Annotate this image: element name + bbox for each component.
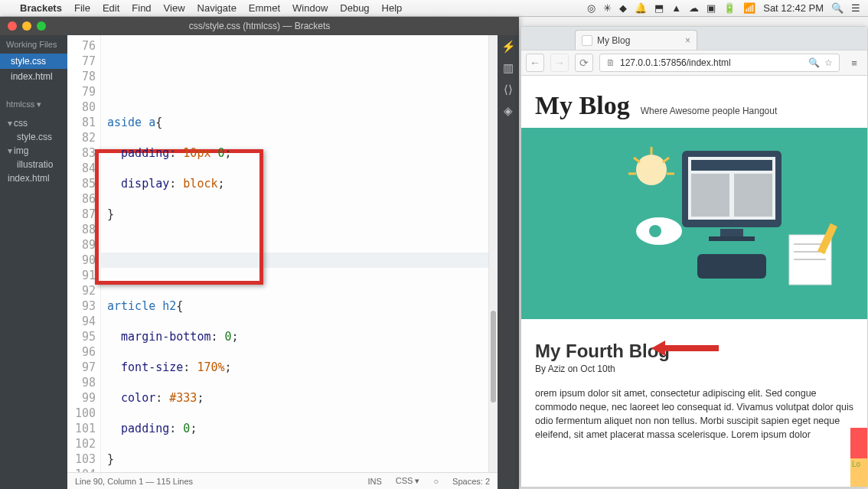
line-gutter: 7677787980818283848586878889909192939495…: [67, 35, 101, 472]
svg-rect-7: [697, 254, 766, 279]
svg-marker-16: [651, 341, 719, 356]
mac-menubar: Brackets File Edit Find View Navigate Em…: [0, 0, 868, 17]
svg-rect-5: [720, 229, 743, 236]
favicon-icon: [582, 35, 592, 46]
blog-tagline: Where Awesome people Hangout: [641, 106, 778, 116]
search-icon[interactable]: 🔍: [808, 57, 820, 68]
address-bar: ← → ⟳ 🗎 127.0.0.1:57856/index.html 🔍 ☆ ≡: [521, 50, 867, 76]
blog-logo: My Blog: [535, 91, 630, 120]
drive-icon[interactable]: ▲: [671, 2, 681, 14]
menu-view[interactable]: View: [164, 2, 185, 14]
tabstrip[interactable]: My Blog ×: [521, 27, 867, 50]
cloud-icon[interactable]: ☁: [689, 2, 699, 14]
brackets-sidebar: Working Files style.css index.html htmlc…: [0, 35, 67, 489]
hero-image: [521, 128, 867, 319]
menu-edit[interactable]: Edit: [103, 2, 119, 14]
eject-icon[interactable]: ▣: [706, 2, 716, 14]
menu-navigate[interactable]: Navigate: [197, 2, 237, 14]
svg-rect-6: [709, 236, 755, 241]
tree-folder-img[interactable]: ▾img: [5, 144, 63, 158]
menu-emmet[interactable]: Emmet: [249, 2, 280, 14]
close-tab-icon[interactable]: ×: [685, 35, 690, 46]
page-sidebar-strip: Lo JS: [850, 428, 867, 487]
tree-file[interactable]: style.css: [5, 130, 63, 144]
project-name[interactable]: htmlcss ▾: [0, 95, 67, 114]
tray-icon[interactable]: ◆: [619, 2, 627, 14]
menu-window[interactable]: Window: [292, 2, 328, 14]
page-content: My Blog Where Awesome people Hangout: [521, 76, 867, 487]
blog-header: My Blog Where Awesome people Hangout: [521, 76, 867, 128]
working-file[interactable]: index.html: [0, 69, 67, 84]
svg-rect-4: [734, 174, 772, 217]
brackets-window: css/style.css (htmlcss) — Brackets Worki…: [0, 17, 519, 489]
titlebar[interactable]: css/style.css (htmlcss) — Brackets: [0, 17, 519, 35]
menu-file[interactable]: File: [74, 2, 90, 14]
status-spaces[interactable]: Spaces: 2: [452, 477, 490, 486]
close-icon[interactable]: [8, 21, 17, 31]
editor-main: 7677787980818283848586878889909192939495…: [67, 35, 498, 489]
post-byline: By Aziz on Oct 10th: [535, 363, 853, 374]
extension-icon[interactable]: ▥: [503, 61, 514, 75]
extensions-rail: ⚡ ▥ ⟨⟩ ◈: [498, 35, 519, 489]
status-ins[interactable]: INS: [367, 477, 381, 486]
code-text[interactable]: aside a{ padding: 10px 0; display: block…: [101, 35, 498, 472]
clock[interactable]: Sat 12:42 PM: [763, 2, 824, 14]
reload-button[interactable]: ⟳: [575, 54, 593, 72]
battery-icon[interactable]: 🔋: [723, 2, 736, 14]
browser-window: My Blog × ← → ⟳ 🗎 127.0.0.1:57856/index.…: [520, 26, 868, 487]
forward-button[interactable]: →: [550, 54, 569, 72]
menu-icon[interactable]: ≡: [846, 57, 863, 69]
tray-icon[interactable]: ✳: [603, 2, 612, 14]
code-area[interactable]: 7677787980818283848586878889909192939495…: [67, 35, 498, 472]
svg-rect-2: [691, 160, 772, 171]
menu-debug[interactable]: Debug: [340, 2, 369, 14]
statusbar: Line 90, Column 1 — 115 Lines INS CSS ▾ …: [67, 472, 498, 489]
url-field[interactable]: 🗎 127.0.0.1:57856/index.html 🔍 ☆: [599, 54, 840, 72]
wifi-icon[interactable]: 📶: [743, 2, 755, 14]
svg-point-8: [636, 155, 667, 185]
post-body: orem ipsum dolor sit amet, consectetur a…: [535, 386, 853, 442]
blog-post: My Fourth Blog By Aziz on Oct 10th orem …: [521, 319, 867, 450]
tree-file[interactable]: index.html: [5, 171, 63, 185]
minimize-icon[interactable]: [22, 21, 31, 31]
menu-find[interactable]: Find: [132, 2, 151, 14]
menubar-tray: ◎ ✳ ◆ 🔔 ⬒ ▲ ☁ ▣ 🔋 📶 Sat 12:42 PM 🔍 ☰: [587, 2, 860, 14]
spotlight-icon[interactable]: 🔍: [831, 2, 844, 14]
status-cursor: Line 90, Column 1 — 115 Lines: [75, 477, 193, 486]
window-title: css/style.css (htmlcss) — Brackets: [0, 21, 519, 31]
live-preview-icon[interactable]: ⚡: [501, 40, 516, 54]
status-lang[interactable]: CSS ▾: [396, 476, 420, 486]
menu-help[interactable]: Help: [382, 2, 403, 14]
dropbox-icon[interactable]: ⬒: [654, 2, 664, 14]
list-icon[interactable]: ☰: [851, 2, 860, 14]
zoom-icon[interactable]: [37, 21, 46, 31]
tray-icon[interactable]: ◎: [587, 2, 596, 14]
tree-file[interactable]: illustratio: [5, 158, 63, 171]
url-text: 127.0.0.1:57856/index.html: [620, 57, 731, 68]
bell-icon[interactable]: 🔔: [635, 2, 647, 14]
sidebar-badge-text: Lo: [852, 460, 860, 468]
back-button[interactable]: ←: [526, 54, 544, 72]
menubar-app[interactable]: Brackets: [20, 2, 62, 14]
annotation-arrow-icon: [651, 337, 720, 359]
page-icon: 🗎: [606, 57, 615, 68]
extension-icon[interactable]: ◈: [504, 104, 513, 118]
svg-rect-3: [691, 174, 729, 217]
status-lint-icon[interactable]: ○: [433, 477, 439, 486]
svg-point-10: [649, 225, 661, 237]
tree-folder-css[interactable]: ▾css: [5, 116, 63, 130]
working-file[interactable]: style.css: [0, 54, 67, 69]
working-files-label: Working Files: [0, 35, 67, 54]
tab-title: My Blog: [597, 35, 630, 46]
extension-icon[interactable]: ⟨⟩: [504, 83, 513, 96]
browser-tab[interactable]: My Blog ×: [575, 30, 697, 50]
star-icon[interactable]: ☆: [824, 57, 833, 68]
